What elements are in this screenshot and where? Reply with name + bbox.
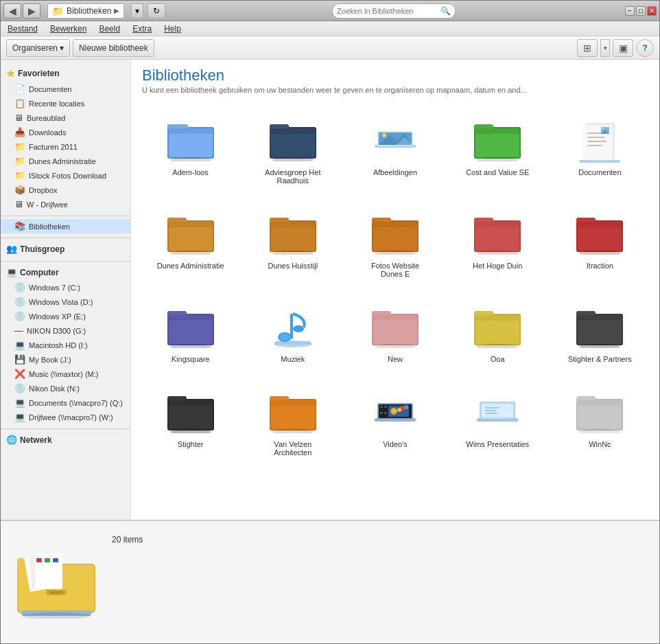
view-dropdown-button[interactable]: ▾ — [600, 39, 610, 57]
status-folder-icon — [12, 529, 101, 619]
new-library-button[interactable]: Nieuwe bibliotheek — [73, 39, 154, 57]
dunes-admin-file-icon — [163, 204, 218, 259]
stighter-label: Stighter — [178, 440, 204, 448]
address-dropdown-button[interactable]: ▾ — [131, 3, 143, 19]
menu-extra[interactable]: Extra — [130, 23, 154, 35]
sidebar-item-dunes-admin[interactable]: 📁 Dunes Administratie — [1, 154, 130, 168]
dunes-admin-file-label: Dunes Administratie — [157, 262, 224, 270]
file-item-fotos[interactable]: Fotos Website Dunes E — [346, 197, 443, 285]
favorites-label: Favorieten — [18, 69, 60, 78]
file-item-new[interactable]: New — [346, 290, 443, 370]
sidebar-winvista-label: Windows Vista (D:) — [29, 298, 93, 306]
file-item-dunes-admin[interactable]: Dunes Administratie — [142, 197, 239, 285]
organize-button[interactable]: Organiseren ▾ — [6, 39, 70, 57]
sidebar-item-mybook[interactable]: 💾 My Book (J:) — [1, 352, 130, 367]
library-svg-music — [268, 297, 318, 352]
search-icon[interactable]: 🔍 — [440, 6, 451, 16]
adviesgroep-label: Adviesgroep Het Raadhuis — [259, 168, 327, 185]
title-bar-left: ◀ ▶ 📁 Bibliotheken ▶ ▾ ↻ — [3, 3, 165, 19]
winxp-icon: 💿 — [14, 311, 25, 321]
close-button[interactable]: ✕ — [647, 6, 657, 16]
sidebar-item-istock[interactable]: 📁 IStock Fotos Download — [1, 168, 130, 183]
svg-rect-20 — [475, 134, 519, 157]
file-item-adem-loos[interactable]: Adem-loos — [142, 104, 239, 192]
view-button[interactable]: ⊞ — [577, 39, 598, 57]
search-input[interactable] — [337, 7, 438, 15]
content-header: Bibliotheken U kunt een bibliotheek gebr… — [131, 60, 659, 97]
svg-rect-77 — [475, 321, 519, 344]
dropbox-icon: 📦 — [14, 185, 25, 195]
refresh-button[interactable]: ↻ — [148, 3, 165, 19]
file-item-winnc[interactable]: WinNc — [552, 376, 648, 463]
file-item-van-velzen[interactable]: Van Velzen Architecten — [244, 376, 341, 463]
facturen-icon: 📁 — [14, 141, 25, 152]
sidebar-item-documenten[interactable]: 📄 Documenten — [1, 82, 130, 96]
sidebar-item-dropbox[interactable]: 📦 Dropbox — [1, 183, 130, 197]
svg-rect-117 — [578, 406, 622, 429]
svg-point-16 — [382, 133, 386, 137]
svg-rect-26 — [587, 137, 605, 138]
sidebar-item-winxp[interactable]: 💿 Windows XP (E:) — [1, 309, 130, 323]
sidebar-item-music[interactable]: ❌ Music (\\maxtor) (M:) — [1, 367, 130, 381]
search-box[interactable]: 🔍 — [332, 3, 456, 19]
sidebar-winxp-label: Windows XP (E:) — [29, 312, 86, 321]
file-item-itraction[interactable]: Itraction — [552, 197, 648, 285]
file-item-cost-value[interactable]: Cost and Value SE — [449, 104, 546, 192]
sidebar-item-winvista[interactable]: 💿 Windows Vista (D:) — [1, 295, 130, 309]
menu-bestand[interactable]: Bestand — [5, 23, 40, 35]
menu-beeld[interactable]: Beeld — [96, 23, 123, 35]
file-item-wims[interactable]: Wims Presentaties — [449, 376, 546, 463]
address-bar[interactable]: 📁 Bibliotheken ▶ — [47, 3, 124, 19]
svg-point-106 — [397, 408, 401, 412]
file-item-afbeeldingen[interactable]: Afbeeldingen — [346, 104, 443, 192]
svg-rect-92 — [271, 406, 315, 429]
pane-button[interactable]: ▣ — [613, 39, 633, 57]
menu-bewerken[interactable]: Bewerken — [47, 23, 89, 35]
sidebar-item-bureaublad[interactable]: 🖥 Bureaublad — [1, 111, 130, 125]
svg-rect-36 — [169, 227, 213, 251]
svg-rect-112 — [485, 410, 496, 411]
back-button[interactable]: ◀ — [3, 3, 21, 19]
file-item-stighter[interactable]: Stighter — [142, 376, 239, 463]
help-button[interactable]: ? — [636, 39, 654, 57]
svg-rect-3 — [169, 134, 213, 157]
cost-value-icon — [470, 111, 525, 165]
file-item-adviesgroep[interactable]: Adviesgroep Het Raadhuis — [244, 104, 341, 192]
sidebar-documents-mac-label: Documents (\\macpro7) (Q:) — [29, 399, 123, 407]
sidebar-item-win7[interactable]: 💿 Windows 7 (C:) — [1, 280, 130, 295]
forward-button[interactable]: ▶ — [23, 3, 40, 19]
large-folder-svg — [12, 529, 101, 619]
file-item-ooa[interactable]: Ooa — [449, 290, 546, 370]
file-item-muziek[interactable]: Muziek — [244, 290, 341, 370]
content-title: Bibliotheken — [142, 67, 648, 84]
sidebar-item-macintosh[interactable]: 💻 Macintosh HD (I:) — [1, 338, 130, 352]
sidebar-item-downloads[interactable]: 📥 Downloads — [1, 125, 130, 139]
file-item-het-hoge[interactable]: Het Hoge Duin — [449, 197, 546, 285]
file-item-documenten[interactable]: Documenten — [552, 104, 648, 192]
sidebar-item-facturen[interactable]: 📁 Facturen 2011 — [1, 139, 130, 154]
dunes-admin-icon: 📁 — [14, 156, 25, 166]
winvista-icon: 💿 — [14, 297, 25, 307]
sidebar-divider-3 — [1, 261, 130, 262]
sidebar-item-drijfwee[interactable]: 🖥 W - Drijfwee — [1, 197, 130, 211]
maximize-button[interactable]: □ — [636, 6, 646, 16]
sidebar-item-nikondisk[interactable]: 💿 Nikon Disk (N:) — [1, 381, 130, 395]
cost-value-label: Cost and Value SE — [466, 168, 529, 176]
sidebar-dropbox-label: Dropbox — [29, 186, 58, 194]
sidebar-item-bibliotheken[interactable]: 📚 Bibliotheken — [1, 219, 130, 233]
file-item-kingsquare[interactable]: Kingsquare — [142, 290, 239, 370]
sidebar-item-documents-mac[interactable]: 💻 Documents (\\macpro7) (Q:) — [1, 395, 130, 410]
stighter-icon — [163, 382, 218, 437]
sidebar-item-nikon[interactable]: — NIKON D300 (G:) — [1, 323, 130, 338]
minimize-button[interactable]: − — [625, 6, 635, 16]
sidebar-item-drijfwee-w[interactable]: 💻 Drijfwee (\\macpro7) (W:) — [1, 410, 130, 424]
file-item-videos[interactable]: Video's — [346, 376, 443, 463]
file-item-dunes-huis[interactable]: Dunes Huisstijl — [244, 197, 341, 285]
svg-rect-97 — [380, 406, 383, 408]
sidebar-item-recente[interactable]: 📋 Recente locaties — [1, 96, 130, 111]
muziek-icon — [266, 297, 320, 352]
sidebar-divider-1 — [1, 216, 130, 216]
menu-help[interactable]: Help — [161, 23, 184, 35]
content-panel: Bibliotheken U kunt een bibliotheek gebr… — [131, 60, 659, 520]
file-item-stighter-partners[interactable]: Stighter & Partners — [552, 290, 648, 370]
